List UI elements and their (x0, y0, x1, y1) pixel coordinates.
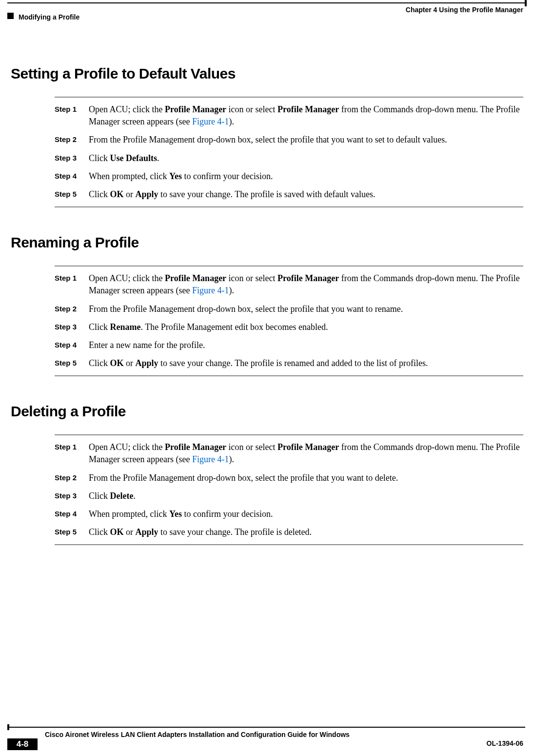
page-number: 4-8 (7, 738, 38, 750)
section-setting-profile-defaults: Setting a Profile to Default Values Step… (11, 65, 523, 207)
step-row: Step 5 Click OK or Apply to save your ch… (55, 357, 523, 369)
figure-reference-link[interactable]: Figure 4-1 (192, 117, 229, 126)
step-body: From the Profile Management drop-down bo… (89, 472, 523, 484)
document-id: OL-1394-06 (487, 739, 523, 747)
step-row: Step 2 From the Profile Management drop-… (55, 134, 523, 146)
header-rule (7, 2, 525, 3)
bold-term: Profile Manager (165, 273, 226, 283)
step-body: Click OK or Apply to save your change. T… (89, 188, 523, 201)
step-body: Open ACU; click the Profile Manager icon… (89, 103, 523, 128)
step-body: Click OK or Apply to save your change. T… (89, 526, 523, 538)
step-row: Step 4 When prompted, click Yes to confi… (55, 508, 523, 520)
step-row: Step 3 Click Delete. (55, 490, 523, 502)
bold-term: Profile Manager (277, 442, 339, 452)
section-rule-top (55, 434, 523, 435)
section-rule-top (55, 97, 523, 98)
step-row: Step 1 Open ACU; click the Profile Manag… (55, 103, 523, 128)
page-content: Setting a Profile to Default Values Step… (0, 21, 534, 545)
step-list: Step 1 Open ACU; click the Profile Manag… (55, 441, 523, 538)
step-body: From the Profile Management drop-down bo… (89, 303, 523, 315)
step-row: Step 2 From the Profile Management drop-… (55, 472, 523, 484)
bold-term: Apply (136, 358, 158, 368)
bold-term: Profile Manager (277, 273, 339, 283)
step-row: Step 3 Click Rename. The Profile Managem… (55, 321, 523, 333)
step-row: Step 3 Click Use Defaults. (55, 152, 523, 164)
header-marker-right (525, 0, 527, 6)
step-row: Step 4 Enter a new name for the profile. (55, 339, 523, 351)
step-body: Click Delete. (89, 490, 523, 502)
step-row: Step 1 Open ACU; click the Profile Manag… (55, 441, 523, 466)
step-label: Step 1 (55, 272, 89, 297)
step-label: Step 5 (55, 357, 89, 369)
step-body: Enter a new name for the profile. (89, 339, 523, 351)
bold-term: Rename (110, 322, 141, 332)
bold-term: Use Defaults (110, 153, 158, 163)
figure-reference-link[interactable]: Figure 4-1 (192, 286, 229, 295)
step-label: Step 4 (55, 339, 89, 351)
bold-term: Apply (136, 189, 158, 199)
step-label: Step 2 (55, 134, 89, 146)
step-label: Step 4 (55, 508, 89, 520)
step-label: Step 1 (55, 103, 89, 128)
bold-term: Delete (110, 491, 134, 501)
page-header: Chapter 4 Using the Profile Manager Modi… (0, 0, 534, 21)
section-heading: Setting a Profile to Default Values (11, 65, 523, 82)
guide-title: Cisco Aironet Wireless LAN Client Adapte… (45, 731, 350, 738)
step-body: Click OK or Apply to save your change. T… (89, 357, 523, 369)
bold-term: Yes (169, 509, 182, 519)
step-label: Step 3 (55, 152, 89, 164)
section-rule-bottom (55, 206, 523, 207)
step-body: Open ACU; click the Profile Manager icon… (89, 272, 523, 297)
section-label: Modifying a Profile (19, 13, 79, 21)
step-list: Step 1 Open ACU; click the Profile Manag… (55, 272, 523, 369)
header-marker-left (7, 13, 14, 19)
step-body: When prompted, click Yes to confirm your… (89, 508, 523, 520)
step-label: Step 3 (55, 490, 89, 502)
step-label: Step 2 (55, 303, 89, 315)
figure-reference-link[interactable]: Figure 4-1 (192, 454, 229, 464)
bold-term: Yes (169, 171, 182, 181)
footer-rule (7, 727, 525, 728)
section-renaming-profile: Renaming a Profile Step 1 Open ACU; clic… (11, 234, 523, 376)
section-rule-top (55, 266, 523, 266)
bold-term: Profile Manager (165, 104, 226, 114)
step-row: Step 2 From the Profile Management drop-… (55, 303, 523, 315)
step-label: Step 5 (55, 526, 89, 538)
step-row: Step 5 Click OK or Apply to save your ch… (55, 188, 523, 201)
step-row: Step 4 When prompted, click Yes to confi… (55, 170, 523, 183)
bold-term: Apply (136, 527, 158, 537)
bold-term: Profile Manager (165, 442, 226, 452)
section-rule-bottom (55, 375, 523, 376)
step-list: Step 1 Open ACU; click the Profile Manag… (55, 103, 523, 201)
step-label: Step 2 (55, 472, 89, 484)
section-heading: Renaming a Profile (11, 234, 523, 251)
bold-term: OK (110, 189, 124, 199)
step-body: From the Profile Management drop-down bo… (89, 134, 523, 146)
section-deleting-profile: Deleting a Profile Step 1 Open ACU; clic… (11, 403, 523, 545)
page-footer: Cisco Aironet Wireless LAN Client Adapte… (0, 727, 534, 756)
step-body: Click Use Defaults. (89, 152, 523, 164)
bold-term: OK (110, 358, 124, 368)
step-body: When prompted, click Yes to confirm your… (89, 170, 523, 183)
step-label: Step 5 (55, 188, 89, 201)
step-row: Step 1 Open ACU; click the Profile Manag… (55, 272, 523, 297)
section-heading: Deleting a Profile (11, 403, 523, 420)
section-rule-bottom (55, 544, 523, 545)
step-body: Open ACU; click the Profile Manager icon… (89, 441, 523, 466)
step-label: Step 4 (55, 170, 89, 183)
bold-term: Profile Manager (277, 104, 339, 114)
step-row: Step 5 Click OK or Apply to save your ch… (55, 526, 523, 538)
step-body: Click Rename. The Profile Management edi… (89, 321, 523, 333)
chapter-label: Chapter 4 Using the Profile Manager (406, 6, 523, 14)
step-label: Step 1 (55, 441, 89, 466)
bold-term: OK (110, 527, 124, 537)
step-label: Step 3 (55, 321, 89, 333)
